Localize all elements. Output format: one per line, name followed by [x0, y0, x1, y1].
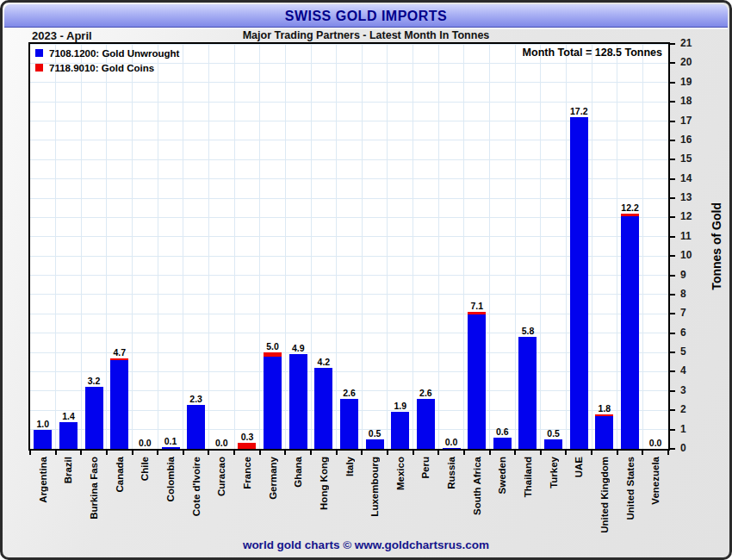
v-gridline [208, 44, 209, 449]
bar-value-label: 1.4 [51, 411, 85, 421]
bar-value-label: 0.5 [537, 428, 571, 439]
v-gridline [234, 44, 235, 449]
bar-segment-unwrought [314, 368, 332, 449]
y-tick-label: 12 [680, 210, 692, 222]
bar-segment-unwrought [366, 439, 384, 449]
x-axis-label: Canada [112, 457, 127, 493]
x-axis-label: Burkina Faso [86, 457, 102, 520]
x-axis-label: Mexico [393, 457, 408, 490]
y-tick-label: 2 [680, 403, 686, 415]
y-tick-label: 21 [680, 37, 692, 49]
bar-segment-coins [110, 358, 128, 360]
v-gridline [642, 44, 643, 449]
y-tick [670, 313, 675, 314]
x-tick [208, 451, 209, 455]
bar-value-label: 2.6 [408, 388, 443, 398]
v-gridline [259, 44, 260, 449]
page-title: SWISS GOLD IMPORTS [285, 4, 448, 28]
bar-value-label: 1.9 [383, 401, 418, 411]
bar-segment-unwrought [468, 314, 486, 449]
y-tick [670, 101, 675, 103]
legend-swatch-icon [35, 64, 43, 72]
y-tick [670, 43, 675, 45]
bar-segment-unwrought [110, 360, 128, 449]
x-tick [336, 451, 338, 455]
bar-value-label: 4.2 [307, 357, 341, 367]
y-tick [670, 121, 675, 122]
y-tick [670, 370, 675, 372]
x-tick [80, 451, 82, 455]
x-axis-label: France [239, 457, 255, 489]
x-axis-labels: ArgentinaBrazilBurkina FasoCanadaChileCo… [28, 457, 670, 543]
v-gridline [132, 44, 133, 449]
y-tick [670, 333, 675, 334]
v-gridline [387, 44, 388, 449]
bar-segment-unwrought [85, 387, 103, 449]
x-tick [540, 451, 542, 455]
legend-label: 7108.1200: Gold Unwrought [49, 48, 179, 59]
bar-segment-coins [621, 214, 639, 216]
x-tick [183, 451, 184, 455]
v-gridline [81, 44, 82, 449]
x-tick [29, 451, 31, 455]
x-axis-label: Turkey [546, 457, 561, 488]
bar-segment-unwrought [570, 117, 588, 449]
x-tick [55, 451, 57, 455]
x-axis-label: Ghana [290, 457, 306, 488]
bar-segment-unwrought [289, 354, 307, 449]
x-axis-label: Thailand [520, 457, 536, 497]
y-tick-label: 11 [680, 230, 692, 242]
y-tick-label: 14 [680, 172, 692, 184]
bar-segment-unwrought [59, 422, 78, 449]
y-tick-label: 10 [680, 249, 692, 261]
bar-value-label: 17.2 [561, 106, 596, 116]
x-tick [259, 451, 261, 455]
x-axis-label: Germany [265, 457, 281, 500]
x-tick [565, 451, 567, 455]
x-axis-label: Peru [418, 457, 433, 479]
y-tick-label: 5 [680, 345, 686, 358]
y-tick [670, 82, 675, 84]
x-axis-label: South Africa [469, 457, 485, 515]
bar-segment-unwrought [264, 357, 282, 449]
bar-value-label: 1.8 [587, 403, 622, 414]
x-tick [642, 451, 643, 455]
v-gridline [106, 44, 107, 449]
v-gridline [566, 44, 567, 449]
x-tick [157, 451, 158, 455]
x-axis-label: Russia [444, 457, 459, 489]
y-tick-label: 17 [680, 115, 692, 127]
x-tick [667, 451, 669, 455]
bar-value-label: 0.1 [153, 436, 188, 446]
y-tick [670, 352, 675, 353]
x-tick [463, 451, 465, 455]
y-tick-label: 15 [680, 152, 692, 165]
y-tick [670, 62, 675, 64]
x-axis-label: Colombia [163, 457, 178, 501]
h-gridline [30, 102, 668, 103]
h-gridline [30, 44, 668, 45]
bar-segment-unwrought [34, 430, 52, 449]
bar-segment-coins [264, 352, 282, 356]
x-axis-ticks [28, 451, 670, 456]
x-axis-label: Hong Kong [316, 457, 332, 510]
subtitle-row: 2023 - April Major Trading Partners - La… [28, 29, 704, 42]
v-gridline [183, 44, 183, 449]
bar-segment-unwrought [340, 399, 358, 449]
v-gridline [158, 44, 158, 449]
v-gridline [489, 44, 490, 449]
x-tick [284, 451, 286, 455]
y-tick-label: 6 [680, 327, 686, 339]
y-tick [670, 140, 675, 141]
x-tick [361, 451, 363, 455]
x-tick [233, 451, 235, 455]
v-gridline [617, 44, 617, 449]
bar-segment-unwrought [518, 337, 537, 449]
y-tick-label: 19 [680, 76, 692, 88]
x-tick [387, 451, 388, 455]
y-tick-label: 4 [680, 364, 686, 376]
x-axis-label: Italy [342, 457, 357, 476]
x-axis-label: Brazil [60, 457, 76, 483]
x-tick [106, 451, 108, 455]
y-tick-label: 16 [680, 134, 692, 146]
